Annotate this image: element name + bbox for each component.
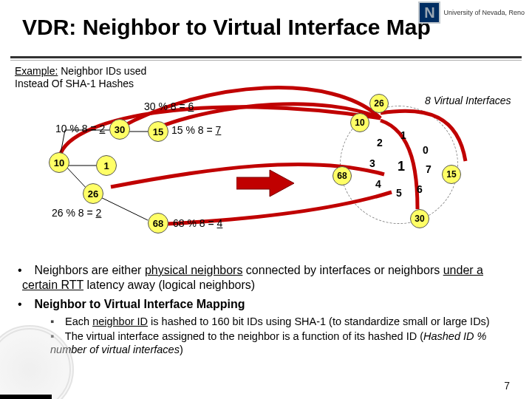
ring-map-10: 10	[350, 113, 369, 132]
mod-68-res: 4	[217, 217, 223, 229]
arrow-right-icon	[236, 168, 296, 198]
diagram-area: Example: Neighbor IDs used Instead Of SH…	[15, 65, 517, 257]
ring-center: 1	[398, 159, 405, 174]
mod-26-pre: 26 % 8 =	[52, 207, 96, 219]
b1b: physical neighbors	[145, 264, 243, 276]
title-rule-thin	[10, 60, 522, 61]
ring-map-68: 68	[332, 166, 352, 185]
mod-label-10: 10 % 8 = 2	[55, 123, 105, 134]
mod-10-res: 2	[100, 123, 106, 134]
neighbor-node-15: 15	[148, 121, 168, 142]
mod-30-res: 6	[188, 100, 194, 112]
s1b: neighbor ID	[92, 316, 148, 327]
page-number: 7	[504, 380, 510, 392]
neighbor-node-1: 1	[96, 155, 117, 176]
neighbor-node-26: 26	[83, 183, 103, 204]
ring-map-15: 15	[442, 165, 461, 184]
bullet-list: Neighbors are either physical neighbors …	[18, 263, 514, 356]
b1e: latency away (logical neighbors)	[83, 279, 255, 291]
slide-header: N University of Nevada, Reno VDR: Neighb…	[0, 0, 532, 53]
mod-label-26: 26 % 8 = 2	[52, 207, 101, 219]
ring-map-26: 26	[369, 94, 389, 113]
example-text-2: Instead Of SHA-1 Hashes	[15, 78, 134, 89]
b2: Neighbor to Virtual Interface Mapping	[34, 298, 245, 310]
virtual-interface-ring: 8 Virtual Interfaces 0 7 6 5 4 3 2 1 1 2…	[340, 106, 458, 224]
sub-bullet-1: Each neighbor ID is hashed to 160 bit ID…	[50, 315, 514, 328]
ring-map-30: 30	[410, 209, 429, 228]
title-rule-thick	[10, 56, 522, 58]
university-logo: N University of Nevada, Reno	[418, 1, 525, 24]
mod-label-15: 15 % 8 = 7	[171, 124, 221, 136]
mod-15-res: 7	[216, 124, 222, 136]
mod-label-68: 68 % 8 = 4	[173, 217, 222, 229]
s2c: )	[180, 344, 183, 355]
bullet-2: Neighbor to Virtual Interface Mapping Ea…	[18, 297, 514, 356]
bullet-1: Neighbors are either physical neighbors …	[18, 263, 514, 293]
example-text-1: Neighbor IDs used	[58, 65, 146, 77]
mod-68-pre: 68 % 8 =	[173, 217, 217, 229]
ring-slot-1: 1	[400, 129, 406, 141]
ring-slot-5: 5	[396, 187, 402, 199]
sub-bullet-2: The virtual interface assigned to the ne…	[50, 330, 514, 356]
ring-slot-2: 2	[377, 137, 383, 149]
s2a: The virtual interface assigned to the ne…	[65, 330, 423, 342]
s1c: is hashed to 160 bit IDs using SHA-1 (to…	[148, 316, 490, 327]
footer-blackbar	[0, 395, 52, 399]
ring-title: 8 Virtual Interfaces	[425, 95, 528, 106]
example-note: Example: Neighbor IDs used Instead Of SH…	[15, 65, 146, 90]
ring-slot-4: 4	[375, 178, 381, 190]
ring-slot-0: 0	[423, 144, 429, 156]
mod-10-pre: 10 % 8 =	[55, 123, 100, 134]
example-label: Example:	[15, 65, 58, 77]
ring-slot-6: 6	[417, 183, 423, 195]
b1c: connected by interfaces or neighbors	[242, 264, 443, 276]
svg-marker-6	[236, 170, 294, 197]
b1a: Neighbors are either	[34, 264, 144, 276]
s1a: Each	[65, 316, 92, 327]
logo-n-icon: N	[418, 1, 440, 24]
ring-slot-3: 3	[369, 157, 375, 169]
ring-slot-7: 7	[426, 163, 432, 175]
mod-30-pre: 30 % 8 =	[144, 100, 188, 112]
neighbor-node-30: 30	[109, 119, 130, 140]
mod-label-30: 30 % 8 = 6	[144, 100, 194, 112]
mod-15-pre: 15 % 8 =	[171, 124, 216, 136]
neighbor-node-68: 68	[148, 213, 168, 233]
logo-text: University of Nevada, Reno	[443, 9, 525, 16]
mod-26-res: 2	[96, 207, 102, 219]
neighbor-node-10: 10	[49, 152, 69, 173]
